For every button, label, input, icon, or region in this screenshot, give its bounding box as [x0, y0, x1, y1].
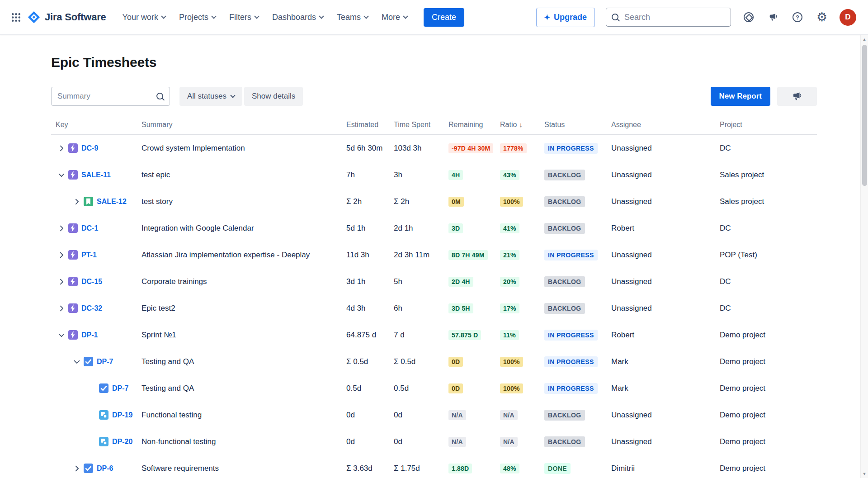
issue-key-link[interactable]: DP-20 [112, 438, 132, 446]
assignee-cell: Mark [611, 384, 720, 393]
user-avatar[interactable]: D [840, 9, 856, 26]
status-cell: BACKLOG [544, 436, 611, 447]
ratio-badge: 21% [500, 250, 519, 260]
megaphone-icon [768, 12, 778, 22]
search-icon [156, 93, 163, 99]
scrollbar-down-button[interactable]: ▼ [861, 470, 868, 478]
collapse-chevron-icon[interactable] [56, 169, 67, 181]
issue-key-link[interactable]: PT-1 [81, 251, 97, 259]
key-cell: DC-1 [51, 222, 142, 234]
column-header-summary[interactable]: Summary [142, 121, 346, 129]
settings-button[interactable]: ⚙ [815, 10, 829, 24]
expand-chevron-icon[interactable] [56, 222, 67, 234]
summary-filter-input[interactable] [51, 87, 170, 106]
create-button[interactable]: Create [424, 8, 464, 27]
status-cell: IN PROGRESS [544, 356, 611, 367]
help-glyph: ? [796, 14, 799, 21]
ratio-badge: 48% [500, 464, 519, 473]
issue-key-link[interactable]: DC-1 [81, 224, 98, 232]
app-switcher-button[interactable] [8, 9, 24, 25]
column-header-remaining[interactable]: Remaining [448, 121, 500, 129]
column-header-assignee[interactable]: Assignee [611, 121, 720, 129]
issue-key-link[interactable]: DP-19 [112, 411, 132, 419]
time-spent-cell: Σ 2h [394, 197, 448, 206]
status-lozenge: IN PROGRESS [544, 143, 598, 154]
estimated-cell: Σ 2h [346, 197, 394, 206]
issue-key-link[interactable]: SALE-11 [81, 171, 111, 179]
status-filter-dropdown[interactable]: All statuses [179, 87, 242, 106]
time-spent-cell: 3h [394, 170, 448, 180]
issue-key-link[interactable]: DP-1 [81, 331, 98, 339]
issue-key-link[interactable]: DC-15 [81, 278, 102, 286]
nav-your-work[interactable]: Your work [123, 13, 165, 22]
expand-chevron-icon[interactable] [56, 276, 67, 288]
ratio-cell: N/A [500, 410, 544, 420]
help-button[interactable]: ? [791, 10, 804, 24]
nav-dashboards-label: Dashboards [272, 13, 316, 22]
remaining-badge: 57.875 D [448, 330, 481, 340]
assignee-cell: Unassigned [611, 411, 720, 420]
nav-more[interactable]: More [382, 13, 407, 22]
discover-button[interactable] [742, 10, 755, 24]
new-report-button[interactable]: New Report [711, 87, 770, 106]
global-search-input[interactable] [606, 8, 731, 27]
global-search [606, 8, 731, 27]
summary-cell: Atlassian Jira implementation expertise … [142, 251, 346, 260]
show-details-button[interactable]: Show details [244, 87, 303, 106]
epic-icon [68, 170, 78, 180]
scrollbar-up-button[interactable]: ▲ [861, 35, 868, 43]
status-cell: BACKLOG [544, 303, 611, 314]
upgrade-button[interactable]: ✦ Upgrade [536, 8, 595, 27]
collapse-chevron-icon[interactable] [56, 329, 67, 341]
issue-key-link[interactable]: DP-7 [112, 384, 128, 393]
subtask-icon [99, 437, 108, 446]
key-cell: DC-9 [51, 142, 142, 154]
summary-cell: Testing and QA [142, 384, 346, 393]
announcements-button[interactable] [766, 10, 780, 24]
ratio-badge: 11% [500, 330, 519, 340]
scrollbar[interactable]: ▲ ▼ [860, 35, 868, 478]
nav-dashboards[interactable]: Dashboards [272, 13, 323, 22]
nav-filters[interactable]: Filters [229, 13, 259, 22]
expand-chevron-icon[interactable] [71, 196, 83, 208]
remaining-badge: -97D 4H 30M [448, 143, 493, 153]
expand-chevron-icon[interactable] [56, 303, 67, 314]
upgrade-label: Upgrade [554, 13, 587, 22]
expand-chevron-icon[interactable] [56, 249, 67, 261]
feedback-button[interactable] [777, 87, 817, 106]
column-header-status[interactable]: Status [544, 121, 611, 129]
remaining-cell: 1.88D [448, 464, 500, 473]
issue-key-link[interactable]: DP-6 [97, 464, 113, 473]
column-header-key[interactable]: Key [51, 121, 142, 129]
nav-teams[interactable]: Teams [337, 13, 368, 22]
remaining-badge: 0D [448, 357, 463, 367]
issue-key-link[interactable]: DC-9 [81, 144, 98, 152]
scrollbar-thumb[interactable] [862, 45, 867, 186]
column-header-ratio[interactable]: Ratio↓ [500, 121, 544, 129]
compass-icon [744, 12, 754, 22]
estimated-cell: Σ 3.63d [346, 464, 394, 473]
summary-cell: Functional testing [142, 411, 346, 420]
time-spent-cell: 5h [394, 277, 448, 286]
issue-key-link[interactable]: SALE-12 [97, 198, 127, 206]
column-header-project[interactable]: Project [720, 121, 817, 129]
key-cell: DP-7 [51, 356, 142, 368]
expand-chevron-icon[interactable] [71, 463, 83, 474]
ratio-cell: 20% [500, 277, 544, 287]
ratio-cell: 41% [500, 223, 544, 233]
key-cell: PT-1 [51, 249, 142, 261]
jira-logo[interactable]: Jira Software [27, 10, 106, 24]
key-cell: DP-20 [51, 436, 142, 448]
column-header-time-spent[interactable]: Time Spent [394, 121, 448, 129]
status-lozenge: IN PROGRESS [544, 250, 598, 260]
expand-chevron-icon[interactable] [56, 142, 67, 154]
issue-key-link[interactable]: DP-7 [97, 358, 113, 366]
remaining-cell: 0D [448, 357, 500, 367]
issue-key-link[interactable]: DC-32 [81, 304, 102, 312]
sort-desc-icon: ↓ [519, 121, 523, 128]
collapse-chevron-icon[interactable] [71, 356, 83, 368]
ratio-badge: 17% [500, 303, 519, 313]
column-header-estimated[interactable]: Estimated [346, 121, 394, 129]
project-cell: Demo project [720, 437, 817, 446]
nav-projects[interactable]: Projects [179, 13, 216, 22]
